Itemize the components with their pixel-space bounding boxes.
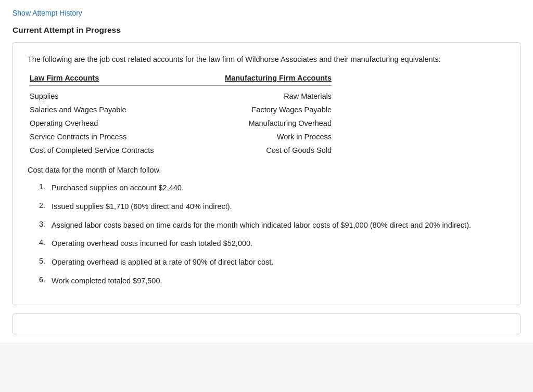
list-number: 2. (33, 201, 52, 210)
intro-text: The following are the job cost related a… (28, 55, 505, 63)
list-number: 5. (33, 257, 52, 265)
section-title: Current Attempt in Progress (12, 25, 521, 35)
cell-law: Supplies (30, 92, 181, 100)
cost-data-heading: Cost data for the month of March follow. (28, 166, 505, 174)
list-text: Assigned labor costs based on time cards… (52, 220, 505, 231)
list-number: 4. (33, 238, 52, 246)
cell-law: Operating Overhead (30, 119, 181, 127)
table-row: SuppliesRaw Materials (30, 88, 332, 101)
cell-mfg: Factory Wages Payable (181, 106, 332, 114)
cell-mfg: Cost of Goods Sold (181, 146, 332, 154)
cost-list: 1.Purchased supplies on account $2,440.2… (33, 182, 505, 287)
table-header: Law Firm Accounts Manufacturing Firm Acc… (30, 74, 332, 86)
list-text: Purchased supplies on account $2,440. (52, 182, 505, 194)
cell-mfg: Manufacturing Overhead (181, 119, 332, 127)
list-number: 3. (33, 220, 52, 228)
main-card: The following are the job cost related a… (12, 42, 521, 305)
cell-law: Cost of Completed Service Contracts (30, 146, 181, 154)
list-text: Work completed totaled $97,500. (52, 276, 505, 287)
list-item: 6.Work completed totaled $97,500. (33, 276, 505, 287)
list-item: 4.Operating overhead costs incurred for … (33, 238, 505, 250)
list-text: Operating overhead is applied at a rate … (52, 257, 505, 268)
table-row: Cost of Completed Service ContractsCost … (30, 142, 332, 155)
table-row: Salaries and Wages PayableFactory Wages … (30, 101, 332, 115)
cell-mfg: Raw Materials (181, 92, 332, 100)
list-number: 1. (33, 182, 52, 191)
cell-law: Service Contracts in Process (30, 133, 181, 141)
bottom-card (12, 313, 521, 334)
show-attempt-history-link[interactable]: Show Attempt History (12, 9, 82, 17)
table-rows: SuppliesRaw MaterialsSalaries and Wages … (30, 88, 332, 155)
list-text: Operating overhead costs incurred for ca… (52, 238, 505, 250)
cell-law: Salaries and Wages Payable (30, 106, 181, 114)
list-item: 1.Purchased supplies on account $2,440. (33, 182, 505, 194)
accounts-table: Law Firm Accounts Manufacturing Firm Acc… (30, 74, 332, 155)
list-item: 3.Assigned labor costs based on time car… (33, 220, 505, 231)
cell-mfg: Work in Process (181, 133, 332, 141)
list-item: 2.Issued supplies $1,710 (60% direct and… (33, 201, 505, 213)
list-number: 6. (33, 276, 52, 284)
col-mfg-header: Manufacturing Firm Accounts (181, 74, 332, 82)
table-row: Service Contracts in ProcessWork in Proc… (30, 128, 332, 142)
page-wrapper: Show Attempt History Current Attempt in … (0, 0, 533, 343)
list-text: Issued supplies $1,710 (60% direct and 4… (52, 201, 505, 213)
list-item: 5.Operating overhead is applied at a rat… (33, 257, 505, 268)
table-row: Operating OverheadManufacturing Overhead (30, 115, 332, 128)
col-law-header: Law Firm Accounts (30, 74, 181, 82)
